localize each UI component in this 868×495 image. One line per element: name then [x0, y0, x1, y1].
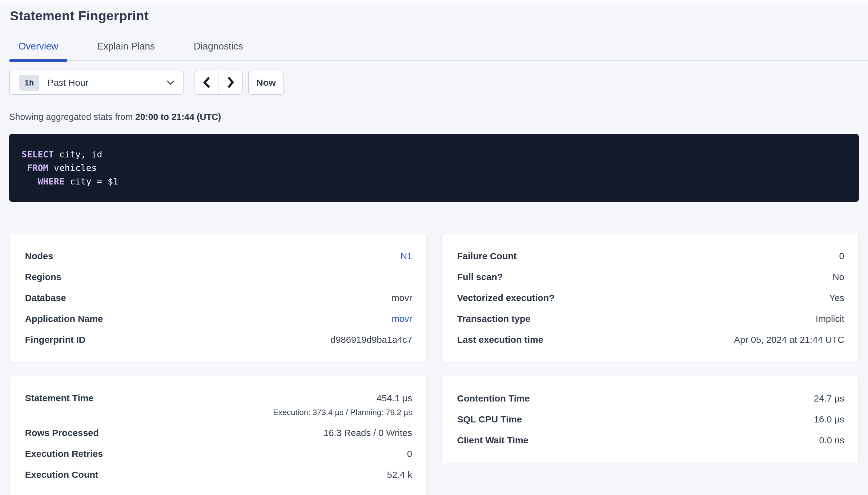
table-row: Rows Processed 16.3 Reads / 0 Writes [25, 423, 412, 443]
table-row: Failure Count 0 [457, 246, 844, 267]
time-toolbar: 1h Past Hour [9, 71, 859, 95]
time-range-label: Past Hour [47, 78, 88, 88]
table-row: Full scan? No [457, 267, 844, 288]
sql-line: FROM vehicles [21, 161, 847, 175]
full-scan-value: No [833, 271, 844, 283]
stats-line-prefix: Showing aggregated stats from [9, 112, 135, 122]
table-row: Vectorized execution? Yes [457, 288, 844, 308]
chevron-right-icon [225, 75, 236, 91]
sql-keyword: FROM [27, 163, 48, 173]
table-row: SQL CPU Time 16.0 µs [457, 409, 844, 430]
tab-diagnostics[interactable]: Diagnostics [184, 40, 252, 60]
row-label-nodes: Nodes [25, 250, 53, 262]
time-range-dropdown[interactable]: 1h Past Hour [9, 71, 184, 95]
table-row: Fingerprint ID d986919d9ba1a4c7 [25, 329, 412, 350]
table-row: Client Wait Time 0.0 ns [457, 430, 844, 451]
row-label-rows-processed: Rows Processed [25, 427, 99, 439]
page-title: Statement Fingerprint [10, 8, 859, 23]
contention-time-value: 24.7 µs [814, 393, 844, 404]
last-execution-time-value: Apr 05, 2024 at 21:44 UTC [734, 334, 844, 345]
next-interval-button[interactable] [218, 71, 242, 94]
table-row: Database movr [25, 288, 412, 308]
row-label-execution-retries: Execution Retries [25, 448, 103, 460]
chevron-down-icon [166, 80, 176, 86]
stats-line-range: 20:00 to 21:44 (UTC) [135, 112, 221, 122]
table-row: Nodes N1 [25, 246, 412, 267]
interval-badge: 1h [19, 75, 39, 91]
statement-time-values: 454.1 µs Execution: 373.4 µs / Planning:… [273, 392, 412, 417]
row-label-transaction-type: Transaction type [457, 313, 530, 325]
row-label-fingerprint-id: Fingerprint ID [25, 334, 85, 345]
row-label-application-name: Application Name [25, 313, 103, 325]
time-range-nav-group [195, 71, 243, 95]
tab-explain-plans[interactable]: Explain Plans [88, 40, 164, 60]
row-label-execution-count: Execution Count [25, 469, 98, 480]
sql-keyword: SELECT [21, 149, 54, 159]
row-label-sql-cpu-time: SQL CPU Time [457, 413, 522, 425]
sql-cpu-time-value: 16.0 µs [814, 413, 844, 425]
row-label-statement-time: Statement Time [25, 392, 94, 404]
chevron-left-icon [201, 75, 212, 91]
row-label-contention-time: Contention Time [457, 393, 530, 404]
transaction-type-value: Implicit [816, 313, 844, 325]
sql-line: SELECT city, id [21, 148, 847, 161]
sql-statement-box: SELECT city, id FROM vehicles WHERE city… [9, 134, 859, 202]
row-label-client-wait-time: Client Wait Time [457, 434, 528, 446]
row-label-vectorized-execution: Vectorized execution? [457, 292, 555, 304]
application-name-link[interactable]: movr [392, 313, 412, 325]
client-wait-time-value: 0.0 ns [819, 434, 844, 446]
row-label-failure-count: Failure Count [457, 250, 517, 262]
row-label-last-execution-time: Last execution time [457, 334, 543, 345]
rows-processed-value: 16.3 Reads / 0 Writes [324, 427, 412, 439]
fingerprint-id-value: d986919d9ba1a4c7 [331, 334, 412, 345]
table-row: Execution Retries 0 [25, 443, 412, 464]
prev-interval-button[interactable] [195, 71, 218, 94]
statement-time-value: 454.1 µs [376, 392, 412, 404]
wait-time-card: Contention Time 24.7 µs SQL CPU Time 16.… [441, 376, 859, 463]
row-label-full-scan: Full scan? [457, 271, 503, 283]
table-row: Contention Time 24.7 µs [457, 388, 844, 409]
database-value: movr [392, 292, 412, 304]
tab-bar: Overview Explain Plans Diagnostics [9, 40, 868, 61]
top-strip [0, 0, 868, 3]
table-row: Regions [25, 267, 412, 288]
execution-attributes-card: Failure Count 0 Full scan? No Vectorized… [441, 234, 859, 363]
row-label-database: Database [25, 292, 66, 304]
failure-count-value: 0 [839, 250, 844, 262]
statement-fingerprint-page: Statement Fingerprint Overview Explain P… [0, 8, 868, 495]
execution-count-value: 52.4 k [387, 469, 412, 480]
aggregated-stats-line: Showing aggregated stats from 20:00 to 2… [9, 111, 859, 122]
table-row: Statement Time 454.1 µs Execution: 373.4… [25, 388, 412, 423]
vectorized-execution-value: Yes [829, 292, 844, 304]
statement-info-card: Nodes N1 Regions Database movr Applicati… [9, 234, 427, 363]
statement-performance-card: Statement Time 454.1 µs Execution: 373.4… [9, 376, 427, 495]
nodes-link[interactable]: N1 [400, 250, 412, 262]
tab-overview[interactable]: Overview [9, 40, 67, 60]
summary-cards-grid: Nodes N1 Regions Database movr Applicati… [9, 234, 859, 495]
row-label-regions: Regions [25, 271, 61, 283]
sql-line: WHERE city = $1 [21, 175, 847, 188]
sql-keyword: WHERE [37, 176, 64, 187]
now-button[interactable]: Now [248, 71, 284, 95]
table-row: Application Name movr [25, 308, 412, 329]
statement-time-breakdown: Execution: 373.4 µs / Planning: 79.2 µs [273, 407, 412, 417]
table-row: Last execution time Apr 05, 2024 at 21:4… [457, 329, 844, 350]
execution-retries-value: 0 [407, 448, 412, 460]
table-row: Transaction type Implicit [457, 308, 844, 329]
table-row: Execution Count 52.4 k [25, 464, 412, 485]
